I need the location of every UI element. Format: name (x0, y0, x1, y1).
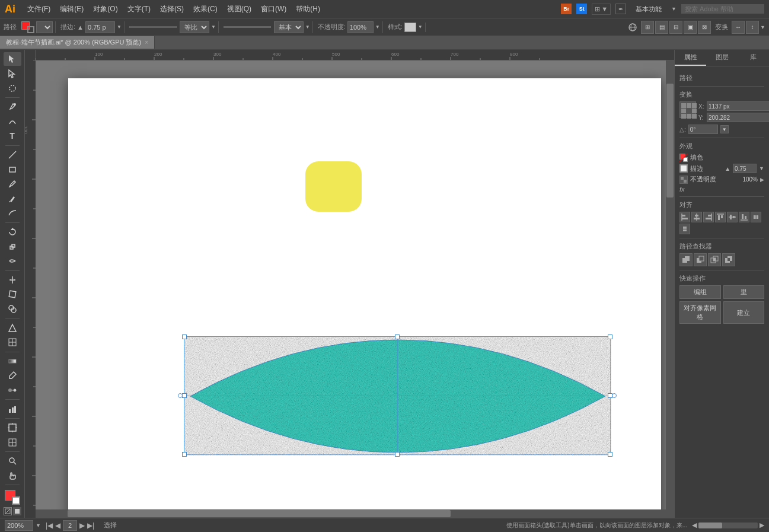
align-icon-3[interactable]: ⊟ (669, 21, 682, 34)
paintbrush-tool[interactable] (4, 177, 21, 191)
eyedropper-tool[interactable] (4, 369, 21, 383)
align-icon-1[interactable]: ⊞ (641, 21, 654, 34)
handle-tl[interactable] (182, 335, 187, 339)
menu-edit[interactable]: 编辑(E) (55, 2, 88, 17)
fill-type-select[interactable] (36, 21, 53, 33)
align-icon-5[interactable]: ⊠ (698, 21, 711, 34)
search-input[interactable] (681, 4, 764, 14)
panel-tab-library[interactable]: 库 (738, 50, 769, 66)
artboard-tool[interactable] (4, 421, 21, 435)
artboard-num-input[interactable] (63, 520, 77, 531)
align-top-btn[interactable] (715, 212, 726, 222)
pencil-tool[interactable] (4, 192, 21, 206)
nav-next-btn[interactable]: ▶ (79, 521, 85, 530)
opacity-arrow[interactable]: ▼ (375, 24, 380, 30)
zoom-input[interactable] (5, 520, 33, 531)
mesh-tool[interactable] (4, 336, 21, 349)
handle-bc[interactable] (395, 452, 400, 457)
transform-icon-2[interactable]: ↕ (746, 21, 759, 34)
menu-view[interactable]: 视图(Q) (222, 2, 256, 17)
nav-last-btn[interactable]: ▶| (87, 521, 94, 530)
stroke-value-input[interactable] (733, 164, 757, 173)
perspective-tool[interactable] (4, 321, 21, 335)
line-style-arrow[interactable]: ▼ (211, 24, 216, 30)
selection-tool[interactable] (4, 52, 21, 66)
scroll-thumb-vertical[interactable] (666, 84, 674, 198)
distribute-h-btn[interactable] (751, 212, 761, 222)
scroll-left-btn[interactable]: ◀ (692, 521, 697, 529)
zoom-tool[interactable] (4, 454, 21, 468)
angle-input[interactable] (688, 125, 718, 134)
nav-prev-btn[interactable]: ◀ (55, 521, 60, 530)
scroll-thumb-horizontal[interactable] (68, 510, 451, 517)
globe-icon[interactable] (626, 21, 639, 34)
bridge-icon[interactable]: Br (561, 4, 572, 14)
align-icon-2[interactable]: ▤ (655, 21, 668, 34)
horizontal-scrollbar[interactable] (36, 509, 674, 518)
style-arrow[interactable]: ▼ (418, 24, 423, 30)
menu-help[interactable]: 帮助(H) (291, 2, 325, 17)
nav-first-btn[interactable]: |◀ (46, 521, 53, 530)
workspace-dropdown[interactable]: 基本功能 (631, 4, 666, 15)
build-btn[interactable]: 里 (723, 285, 765, 299)
menu-select[interactable]: 选择(S) (155, 2, 189, 17)
free-transform-tool[interactable] (4, 288, 21, 301)
warp-tool[interactable] (4, 254, 21, 268)
align-pixel-btn[interactable]: 对齐像素网格 (679, 301, 721, 324)
handle-ml[interactable] (182, 393, 187, 398)
line-style-select[interactable]: 等比 (180, 21, 209, 33)
stroke-swatch-panel[interactable] (679, 164, 688, 173)
transform-grid-icon[interactable] (679, 101, 696, 118)
rect-tool[interactable] (4, 163, 21, 176)
transform-arrow[interactable]: ▼ (760, 24, 765, 30)
menu-window[interactable]: 窗口(W) (256, 2, 291, 17)
panel-tab-properties[interactable]: 属性 (675, 50, 706, 66)
direct-selection-tool[interactable] (4, 67, 21, 81)
style-preview[interactable] (404, 23, 416, 32)
handle-tr[interactable] (608, 335, 612, 339)
column-graph-tool[interactable] (4, 402, 21, 416)
handle-bl[interactable] (182, 452, 187, 457)
width-tool[interactable] (4, 273, 21, 287)
slice-tool[interactable] (4, 436, 21, 450)
zoom-dropdown[interactable]: ▼ (36, 523, 41, 528)
tab-main[interactable]: 教程-端午节插画.ai* @ 200% (RGB/GPU 预览) × (0, 36, 155, 49)
pathfinder-minus-btn[interactable] (694, 253, 707, 266)
handle-br[interactable] (608, 452, 612, 457)
group-btn[interactable]: 编组 (679, 285, 721, 299)
scroll-right-btn[interactable]: ▶ (760, 521, 764, 529)
line-style2-select[interactable]: 基本 (274, 21, 304, 33)
line-tool[interactable] (4, 148, 21, 162)
line-style2-arrow[interactable]: ▼ (305, 24, 310, 30)
align-right-btn[interactable] (703, 212, 714, 222)
y-input[interactable] (707, 113, 769, 122)
type-tool[interactable]: T (4, 129, 21, 143)
shape-builder-tool[interactable] (4, 302, 21, 316)
align-left-btn[interactable] (679, 212, 690, 222)
smooth-tool[interactable] (4, 206, 21, 220)
transform-icon-1[interactable]: ↔ (732, 21, 745, 34)
x-input[interactable] (707, 101, 769, 111)
opacity-input[interactable] (347, 21, 374, 33)
stroke-dropdown-arrow[interactable]: ▼ (117, 24, 122, 30)
blend-tool[interactable] (4, 384, 21, 397)
distribute-v-btn[interactable] (679, 224, 690, 234)
handle-tc[interactable] (395, 335, 400, 339)
align-bottom-btn[interactable] (739, 212, 749, 222)
align-center-h-btn[interactable] (691, 212, 702, 222)
fill-stroke-bottom[interactable] (5, 490, 20, 505)
curvature-tool[interactable] (4, 114, 21, 128)
rotate-tool[interactable] (4, 225, 21, 239)
angle-dropdown[interactable]: ▼ (720, 125, 729, 133)
menu-file[interactable]: 文件(F) (23, 2, 55, 17)
fill-stroke-swatch[interactable] (21, 21, 34, 33)
vertical-scrollbar[interactable] (666, 60, 674, 518)
color-mode-icon[interactable] (13, 507, 21, 515)
scale-tool[interactable] (4, 240, 21, 253)
panel-tab-layers[interactable]: 图层 (706, 50, 738, 66)
align-center-v-btn[interactable] (727, 212, 738, 222)
pen-tool[interactable] (4, 100, 21, 114)
build-btn2[interactable]: 建立 (723, 301, 765, 324)
pathfinder-exclude-btn[interactable] (722, 253, 735, 266)
hand-tool[interactable] (4, 469, 21, 483)
